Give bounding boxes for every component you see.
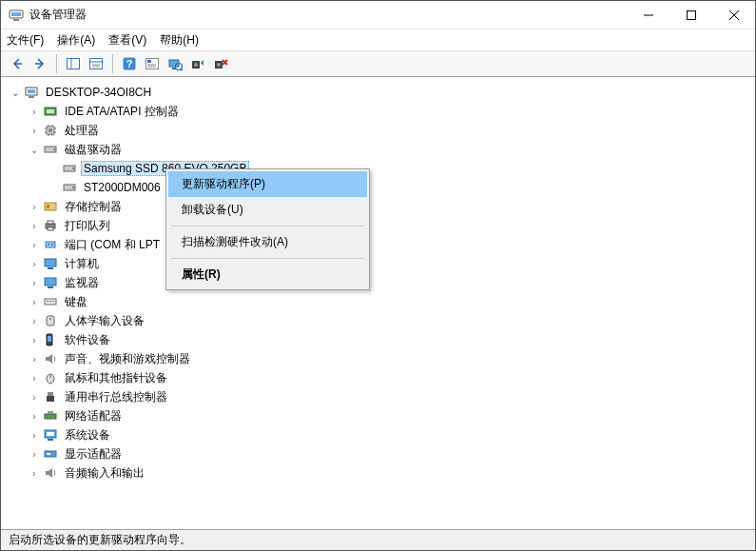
software-icon bbox=[43, 332, 58, 347]
chevron-right-icon[interactable]: › bbox=[28, 105, 41, 118]
scan-hardware-button[interactable] bbox=[165, 53, 185, 74]
properties-button[interactable] bbox=[86, 53, 107, 74]
chevron-right-icon[interactable]: › bbox=[28, 257, 41, 270]
svg-rect-61 bbox=[48, 286, 53, 288]
chevron-right-icon[interactable]: › bbox=[28, 314, 41, 327]
tree-node-monitor[interactable]: › 监视器 bbox=[5, 273, 751, 292]
menu-help[interactable]: 帮助(H) bbox=[160, 32, 199, 49]
chevron-right-icon[interactable]: › bbox=[28, 409, 41, 423]
svg-point-49 bbox=[72, 187, 74, 188]
close-button[interactable] bbox=[712, 1, 755, 29]
monitor-icon bbox=[43, 275, 58, 290]
tree-label: ST2000DM006 bbox=[81, 180, 164, 195]
monitor-icon bbox=[43, 256, 58, 271]
tree-node-disk[interactable]: ⌄ 磁盘驱动器 bbox=[5, 140, 751, 159]
svg-point-67 bbox=[49, 318, 51, 320]
menu-uninstall-device[interactable]: 卸载设备(U) bbox=[168, 197, 367, 223]
menubar: 文件(F) 操作(A) 查看(V) 帮助(H) bbox=[1, 30, 755, 50]
chevron-right-icon[interactable]: › bbox=[28, 276, 41, 289]
chevron-down-icon[interactable]: ⌄ bbox=[9, 86, 22, 99]
menu-action[interactable]: 操作(A) bbox=[57, 32, 95, 49]
maximize-button[interactable] bbox=[669, 1, 712, 29]
speaker-icon bbox=[43, 351, 58, 366]
chevron-right-icon[interactable]: › bbox=[28, 390, 41, 403]
chevron-right-icon[interactable]: › bbox=[28, 219, 41, 232]
tree-node-sound[interactable]: › 声音、视频和游戏控制器 bbox=[5, 349, 751, 368]
printer-icon bbox=[43, 218, 58, 233]
chevron-right-icon[interactable]: › bbox=[28, 238, 41, 251]
chevron-right-icon[interactable]: › bbox=[28, 447, 41, 461]
tree-node-cpu[interactable]: › 处理器 bbox=[5, 121, 751, 140]
show-hide-tree-button[interactable] bbox=[63, 53, 84, 74]
disk-icon bbox=[62, 161, 77, 176]
svg-rect-74 bbox=[45, 414, 56, 419]
back-button[interactable] bbox=[7, 53, 28, 74]
storage-controller-icon bbox=[43, 199, 58, 214]
svg-rect-55 bbox=[46, 242, 55, 247]
chevron-down-icon[interactable]: ⌄ bbox=[28, 143, 41, 156]
tree-node-mouse[interactable]: › 鼠标和其他指针设备 bbox=[5, 368, 751, 387]
chevron-right-icon[interactable]: › bbox=[28, 333, 41, 346]
tree-label: 通用串行总线控制器 bbox=[62, 388, 170, 406]
svg-rect-50 bbox=[45, 203, 56, 210]
tree-node-storage[interactable]: › 存储控制器 bbox=[5, 197, 751, 216]
menu-scan-hardware[interactable]: 扫描检测硬件改动(A) bbox=[168, 229, 367, 255]
svg-rect-31 bbox=[29, 96, 34, 98]
tree-node-software[interactable]: › 软件设备 bbox=[5, 330, 751, 349]
svg-rect-77 bbox=[47, 432, 54, 436]
svg-rect-60 bbox=[45, 278, 56, 285]
menu-view[interactable]: 查看(V) bbox=[108, 32, 146, 49]
system-icon bbox=[43, 427, 58, 443]
speaker-icon bbox=[43, 465, 58, 481]
tree-leaf-disk1[interactable]: ST2000DM006 bbox=[5, 178, 751, 197]
tree-label: 软件设备 bbox=[62, 331, 113, 349]
toolbar-separator bbox=[112, 54, 113, 73]
chevron-right-icon[interactable]: › bbox=[28, 371, 41, 384]
chevron-right-icon[interactable]: › bbox=[28, 295, 41, 308]
chevron-right-icon[interactable]: › bbox=[28, 352, 41, 365]
tree-node-network[interactable]: › 网络适配器 bbox=[5, 406, 751, 425]
tree-node-hid[interactable]: › 人体学输入设备 bbox=[5, 311, 751, 330]
device-tree[interactable]: ⌄ DESKTOP-34OI8CH › IDE ATA/ATAPI 控制器 › … bbox=[1, 77, 755, 529]
spacer bbox=[47, 162, 60, 175]
spacer bbox=[47, 181, 60, 194]
tree-node-system[interactable]: › 系统设备 bbox=[5, 425, 751, 444]
tree-label: 声音、视频和游戏控制器 bbox=[62, 350, 193, 368]
chevron-right-icon[interactable]: › bbox=[28, 200, 41, 213]
tree-node-printq[interactable]: › 打印队列 bbox=[5, 216, 751, 235]
tree-node-display[interactable]: › 显示适配器 bbox=[5, 444, 751, 463]
menu-properties[interactable]: 属性(R) bbox=[168, 262, 367, 287]
tree-node-audio[interactable]: › 音频输入和输出 bbox=[5, 463, 751, 482]
menu-file[interactable]: 文件(F) bbox=[7, 32, 44, 49]
svg-point-26 bbox=[217, 63, 221, 67]
svg-rect-9 bbox=[90, 59, 103, 69]
window-controls bbox=[627, 1, 755, 29]
tree-label: 网络适配器 bbox=[62, 407, 125, 425]
svg-rect-4 bbox=[687, 10, 695, 19]
svg-rect-69 bbox=[48, 336, 51, 342]
update-driver-button[interactable] bbox=[187, 53, 208, 74]
chevron-right-icon[interactable]: › bbox=[28, 124, 41, 137]
hid-icon bbox=[43, 313, 58, 328]
tree-node-keyboard[interactable]: › 键盘 bbox=[5, 292, 751, 311]
forward-button[interactable] bbox=[29, 53, 50, 74]
window-title: 设备管理器 bbox=[29, 7, 627, 23]
tree-label: 计算机 bbox=[62, 255, 102, 273]
controller-icon bbox=[43, 104, 58, 119]
help-button[interactable]: ? bbox=[119, 53, 140, 74]
uninstall-button[interactable] bbox=[210, 53, 231, 74]
minimize-button[interactable] bbox=[627, 1, 669, 29]
tree-node-ide[interactable]: › IDE ATA/ATAPI 控制器 bbox=[5, 102, 751, 121]
menu-update-driver[interactable]: 更新驱动程序(P) bbox=[168, 171, 367, 197]
svg-point-24 bbox=[194, 63, 198, 67]
tree-node-ports[interactable]: › 端口 (COM 和 LPT bbox=[5, 235, 751, 254]
action-button[interactable] bbox=[142, 53, 163, 74]
tree-root[interactable]: ⌄ DESKTOP-34OI8CH bbox=[5, 83, 751, 102]
tree-leaf-disk0[interactable]: Samsung SSD 860 EVO 250GB bbox=[5, 159, 751, 178]
svg-rect-51 bbox=[47, 205, 49, 208]
tree-node-computer[interactable]: › 计算机 bbox=[5, 254, 751, 273]
svg-rect-59 bbox=[48, 267, 53, 269]
chevron-right-icon[interactable]: › bbox=[28, 428, 41, 442]
tree-node-usb[interactable]: › 通用串行总线控制器 bbox=[5, 387, 751, 406]
chevron-right-icon[interactable]: › bbox=[28, 466, 41, 480]
